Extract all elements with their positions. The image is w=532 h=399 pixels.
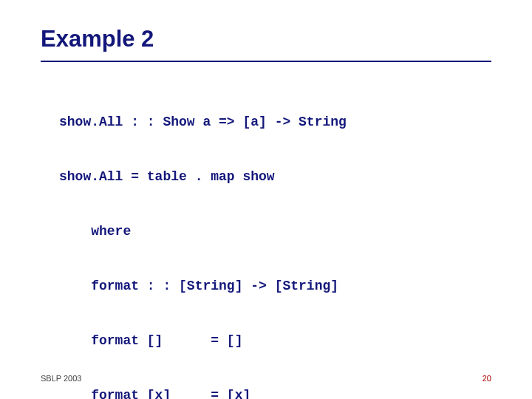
- title-rule: [41, 61, 491, 62]
- page-number: 20: [482, 374, 491, 383]
- slide: Example 2 show.All : : Show a => [a] -> …: [0, 0, 532, 399]
- footer-left: SBLP 2003: [41, 374, 81, 383]
- code-block: show.All : : Show a => [a] -> String sho…: [59, 89, 502, 399]
- code-line: format [x] = [x]: [59, 389, 502, 399]
- code-line: where: [59, 225, 502, 238]
- code-line: format : : [String] -> [String]: [59, 279, 502, 293]
- slide-title: Example 2: [41, 26, 154, 52]
- code-line: format [] = []: [59, 334, 502, 347]
- code-line: show.All = table . map show: [59, 170, 502, 183]
- code-line: show.All : : Show a => [a] -> String: [59, 115, 502, 129]
